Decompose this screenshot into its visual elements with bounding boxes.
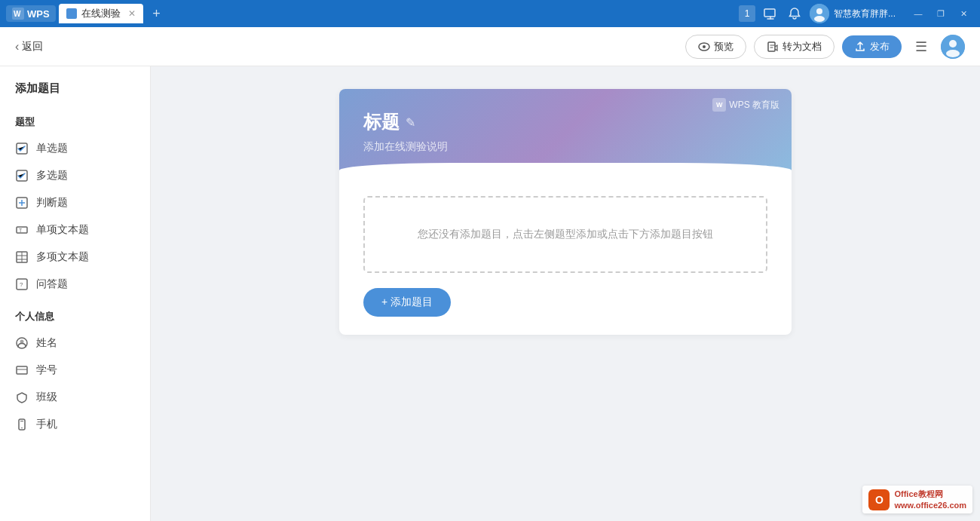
svg-point-10 [949,40,957,48]
name-icon [15,336,29,350]
add-tab-button[interactable]: + [146,3,167,24]
svg-rect-2 [764,9,775,17]
tab-icon [66,8,77,19]
single-choice-label: 单选题 [36,142,68,155]
publish-icon [854,41,866,53]
multi-text-icon [15,250,29,264]
sidebar-main-title: 添加题目 [0,81,150,103]
wps-edu-badge: W WPS 教育版 [712,98,779,112]
content-area: W WPS 教育版 标题 ✎ 添加在线测验说明 您还没有添加题目，点击左侧题型添… [151,66,980,521]
num-badge: 1 [739,5,755,22]
judge-label: 判断题 [36,196,68,210]
tab-close-icon[interactable]: ✕ [128,8,136,19]
add-question-button[interactable]: + 添加题目 [363,288,451,317]
wps-edu-logo: W [712,98,726,112]
close-button[interactable]: ✕ [953,5,974,22]
toolbar-right: 预览 转为文档 发布 ☰ [685,35,965,59]
sidebar-personal-title: 个人信息 [0,298,150,329]
sidebar-type-title: 题型 [0,103,150,135]
qa-label: 问答题 [36,277,68,291]
sidebar-item-phone[interactable]: 手机 [0,411,150,438]
watermark-line1: Office教程网 [894,489,966,499]
svg-text:?: ? [20,281,23,288]
sidebar-item-qa[interactable]: ? 问答题 [0,271,150,298]
sidebar-item-name[interactable]: 姓名 [0,329,150,357]
sidebar-item-multi-choice[interactable]: 多选题 [0,162,150,189]
svg-rect-28 [17,366,27,374]
single-text-label: 单项文本题 [36,223,89,237]
restore-button[interactable]: ❐ [930,5,951,22]
cast-icon[interactable] [761,5,779,23]
back-button[interactable]: ‹ 返回 [15,40,43,54]
minimize-button[interactable]: — [908,5,929,22]
multi-choice-icon [15,169,29,182]
class-icon [15,391,29,404]
sidebar-item-single-choice[interactable]: 单选题 [0,135,150,162]
convert-icon [767,41,779,53]
toolbar: ‹ 返回 预览 转为文档 发布 ☰ [0,27,980,66]
quiz-card: W WPS 教育版 标题 ✎ 添加在线测验说明 您还没有添加题目，点击左侧题型添… [339,89,792,335]
svg-point-5 [814,16,825,22]
toolbar-avatar[interactable] [941,35,965,59]
window-controls: — ❐ ✕ [908,5,974,22]
single-text-icon: T [15,223,29,237]
quiz-title-row: 标题 ✎ [363,110,767,134]
sidebar-item-multi-text[interactable]: 多项文本题 [0,244,150,271]
back-arrow-icon: ‹ [15,40,19,54]
quiz-header: W WPS 教育版 标题 ✎ 添加在线测验说明 [339,89,792,178]
multi-choice-label: 多选题 [36,169,68,182]
svg-point-11 [946,50,960,57]
wps-icon: W [12,8,24,20]
menu-icon[interactable]: ☰ [909,35,933,59]
svg-point-7 [703,45,706,48]
empty-hint-text: 您还没有添加题目，点击左侧题型添加或点击下方添加题目按钮 [418,228,713,240]
sidebar-item-judge[interactable]: 判断题 [0,189,150,216]
sidebar-item-class[interactable]: 班级 [0,384,150,411]
svg-text:T: T [19,228,23,233]
quiz-body: 您还没有添加题目，点击左侧题型添加或点击下方添加题目按钮 + 添加题目 [339,178,792,335]
tab-label: 在线测验 [81,7,121,20]
student-id-label: 学号 [36,363,57,377]
empty-questions-hint: 您还没有添加题目，点击左侧题型添加或点击下方添加题目按钮 [363,196,767,273]
convert-button[interactable]: 转为文档 [754,35,835,59]
svg-point-4 [816,8,822,14]
svg-point-31 [21,428,23,429]
wps-label: WPS [27,8,50,20]
eye-icon [698,41,710,53]
name-label: 姓名 [36,336,57,350]
wps-edu-label: WPS 教育版 [729,99,779,112]
titlebar-avatar [810,4,829,23]
edit-title-icon[interactable]: ✎ [406,115,415,130]
preview-button[interactable]: 预览 [685,35,746,59]
titlebar-right: 1 智慧教育胖胖... [739,4,974,23]
publish-button[interactable]: 发布 [842,35,902,58]
phone-icon [15,418,29,431]
multi-text-label: 多项文本题 [36,250,89,264]
sidebar-item-single-text[interactable]: T 单项文本题 [0,216,150,244]
bell-icon[interactable] [786,5,804,23]
svg-text:W: W [14,10,21,18]
watermark-text: Office教程网 www.office26.com [894,489,966,510]
judge-icon [15,196,29,210]
user-name: 智慧教育胖胖... [834,8,896,20]
sidebar: 添加题目 题型 单选题 多选题 [0,66,151,521]
titlebar: W WPS 在线测验 ✕ + 1 [0,0,980,27]
quiz-title: 标题 [363,110,400,134]
sidebar-item-student-id[interactable]: 学号 [0,357,150,384]
single-choice-icon [15,142,29,155]
qa-icon: ? [15,277,29,291]
quiz-desc[interactable]: 添加在线测验说明 [363,140,767,154]
svg-rect-8 [768,42,775,51]
active-tab[interactable]: 在线测验 ✕ [59,4,143,23]
user-info[interactable]: 智慧教育胖胖... [810,4,896,23]
main-layout: 添加题目 题型 单选题 多选题 [0,66,980,521]
student-id-icon [15,363,29,377]
watermark: O Office教程网 www.office26.com [862,486,972,513]
phone-label: 手机 [36,418,57,431]
class-label: 班级 [36,391,57,404]
back-label: 返回 [22,40,43,54]
watermark-logo: O [868,489,890,510]
wps-logo[interactable]: W WPS [6,5,56,22]
watermark-line2: www.office26.com [894,500,966,510]
